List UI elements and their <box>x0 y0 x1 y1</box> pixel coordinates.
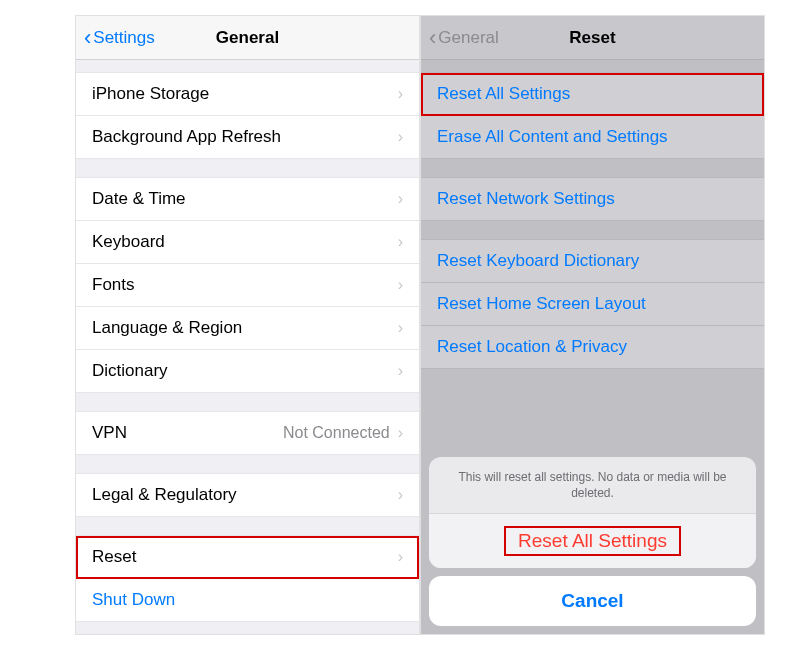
row-reset-home-screen-layout[interactable]: Reset Home Screen Layout <box>421 283 764 326</box>
back-to-general[interactable]: ‹ General <box>429 27 499 49</box>
cancel-label: Cancel <box>561 590 623 611</box>
row-label: VPN <box>92 423 283 443</box>
row-background-app-refresh[interactable]: Background App Refresh › <box>76 116 419 158</box>
group-storage: iPhone Storage › Background App Refresh … <box>76 72 419 159</box>
general-settings-screen: ‹ Settings General iPhone Storage › Back… <box>75 15 420 635</box>
action-sheet-cancel-button[interactable]: Cancel <box>429 576 756 626</box>
row-label: Date & Time <box>92 189 398 209</box>
row-date-time[interactable]: Date & Time › <box>76 178 419 221</box>
group-reset-other: Reset Keyboard Dictionary Reset Home Scr… <box>421 239 764 369</box>
row-label: Language & Region <box>92 318 398 338</box>
navbar-general: ‹ Settings General <box>76 16 419 60</box>
destructive-label: Reset All Settings <box>506 528 679 554</box>
chevron-right-icon: › <box>398 486 403 504</box>
row-shut-down[interactable]: Shut Down <box>76 579 419 621</box>
group-reset-all: Reset All Settings Erase All Content and… <box>421 72 764 159</box>
action-sheet-card: This will reset all settings. No data or… <box>429 457 756 568</box>
row-keyboard[interactable]: Keyboard › <box>76 221 419 264</box>
chevron-right-icon: › <box>398 190 403 208</box>
row-label: Reset All Settings <box>437 84 748 104</box>
row-label: iPhone Storage <box>92 84 398 104</box>
page-title: General <box>216 28 279 48</box>
row-reset-keyboard-dictionary[interactable]: Reset Keyboard Dictionary <box>421 240 764 283</box>
row-label: Shut Down <box>92 590 403 610</box>
row-label: Legal & Regulatory <box>92 485 398 505</box>
row-fonts[interactable]: Fonts › <box>76 264 419 307</box>
row-label: Erase All Content and Settings <box>437 127 748 147</box>
row-reset-all-settings[interactable]: Reset All Settings <box>421 73 764 116</box>
reset-screen: ‹ General Reset Reset All Settings Erase… <box>420 15 765 635</box>
chevron-right-icon: › <box>398 85 403 103</box>
row-vpn[interactable]: VPN Not Connected › <box>76 412 419 454</box>
chevron-right-icon: › <box>398 548 403 566</box>
chevron-right-icon: › <box>398 319 403 337</box>
row-reset[interactable]: Reset › <box>76 536 419 579</box>
chevron-right-icon: › <box>398 128 403 146</box>
row-label: Reset Home Screen Layout <box>437 294 748 314</box>
back-to-settings[interactable]: ‹ Settings <box>84 27 155 49</box>
chevron-right-icon: › <box>398 362 403 380</box>
chevron-right-icon: › <box>398 276 403 294</box>
row-iphone-storage[interactable]: iPhone Storage › <box>76 73 419 116</box>
back-label: General <box>438 28 498 48</box>
group-reset: Reset › Shut Down <box>76 535 419 622</box>
row-label: Reset <box>92 547 398 567</box>
chevron-right-icon: › <box>398 233 403 251</box>
row-label: Reset Keyboard Dictionary <box>437 251 748 271</box>
row-erase-all-content[interactable]: Erase All Content and Settings <box>421 116 764 158</box>
group-vpn: VPN Not Connected › <box>76 411 419 455</box>
row-label: Reset Location & Privacy <box>437 337 748 357</box>
action-sheet-message: This will reset all settings. No data or… <box>429 457 756 514</box>
row-reset-location-privacy[interactable]: Reset Location & Privacy <box>421 326 764 368</box>
row-label: Dictionary <box>92 361 398 381</box>
group-datetime: Date & Time › Keyboard › Fonts › Languag… <box>76 177 419 393</box>
chevron-right-icon: › <box>398 424 403 442</box>
group-reset-network: Reset Network Settings <box>421 177 764 221</box>
chevron-left-icon: ‹ <box>84 27 91 49</box>
row-label: Fonts <box>92 275 398 295</box>
page-title: Reset <box>569 28 615 48</box>
back-label: Settings <box>93 28 154 48</box>
action-sheet: This will reset all settings. No data or… <box>421 449 764 634</box>
group-legal: Legal & Regulatory › <box>76 473 419 517</box>
row-label: Background App Refresh <box>92 127 398 147</box>
row-language-region[interactable]: Language & Region › <box>76 307 419 350</box>
row-legal-regulatory[interactable]: Legal & Regulatory › <box>76 474 419 516</box>
row-dictionary[interactable]: Dictionary › <box>76 350 419 392</box>
row-label: Reset Network Settings <box>437 189 748 209</box>
action-sheet-destructive-button[interactable]: Reset All Settings <box>429 514 756 568</box>
row-detail: Not Connected <box>283 424 390 442</box>
navbar-reset: ‹ General Reset <box>421 16 764 60</box>
row-label: Keyboard <box>92 232 398 252</box>
row-reset-network-settings[interactable]: Reset Network Settings <box>421 178 764 220</box>
chevron-left-icon: ‹ <box>429 27 436 49</box>
